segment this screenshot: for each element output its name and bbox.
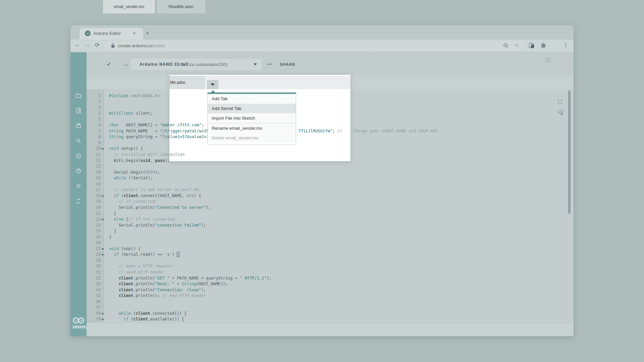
code-line: Serial.println("connection failed"); (104, 223, 567, 228)
fold-arrow-icon[interactable] (101, 313, 104, 315)
walkthrough-spotlight: Me.adoc er.ifttt.com";igger/patat/withTT… (169, 75, 351, 161)
line-number: 8 (87, 134, 101, 139)
forward-icon[interactable]: → (85, 42, 90, 48)
examples-icon (75, 107, 82, 114)
code-line-fragment: char HOST_NAME[] = "mak (109, 123, 170, 127)
line-number: 17 (87, 187, 101, 192)
code-line: if (client.connect(HOST_NAME, 80)) { (104, 193, 567, 198)
code-line: while (client.connected()) { (104, 311, 567, 316)
extensions-puzzle-icon[interactable] (540, 42, 547, 49)
line-number: 3 (87, 105, 101, 110)
lock-icon (111, 43, 115, 48)
line-number: 14 (87, 170, 101, 175)
code-line: } (104, 211, 567, 216)
fold-arrow-icon[interactable] (101, 248, 104, 250)
tab-options-menu: Add TabAdd Secret TabImport File into Sk… (207, 93, 296, 145)
line-number: 16 (87, 182, 101, 186)
line-number: 38 (87, 311, 101, 316)
line-number: 25 (87, 235, 101, 239)
code-line-fragment: change your EVENT-NAME and YOUR-KEY (353, 129, 438, 133)
new-tab-button[interactable]: + (146, 29, 149, 37)
tab-readme-adoc-fragment[interactable]: Me.adoc (169, 76, 205, 89)
fold-arrow-icon[interactable] (101, 148, 104, 150)
line-number: 2 (87, 99, 101, 104)
code-line: // if connected: (104, 199, 567, 204)
code-line: Serial.begin(9600); (104, 170, 567, 175)
arduino-logo-icon[interactable] (72, 316, 85, 324)
browser-menu-icon[interactable]: ⋮ (563, 42, 569, 48)
reload-icon[interactable]: ⟳ (95, 42, 100, 49)
sidebar-item-settings-icon[interactable] (75, 183, 82, 191)
code-line: client.println("Connection: close"); (104, 288, 567, 292)
code-line: void loop() { (104, 246, 567, 251)
code-line: } (104, 229, 567, 233)
sidebar-item-examples-icon[interactable] (75, 107, 82, 115)
browser-tab-title: Arduino Editor (93, 31, 121, 36)
menu-pointer-icon (211, 90, 215, 93)
line-number: 11 (87, 152, 101, 157)
sidebar-item-sync-icon[interactable] (75, 198, 82, 206)
sidebar-item-device-icon[interactable] (75, 122, 82, 130)
url-bar[interactable] (105, 41, 524, 51)
tab-email-sender-ino[interactable]: email_sender.ino (103, 0, 155, 13)
verify-button[interactable]: ✓ (103, 59, 115, 70)
bookmark-star-icon[interactable]: ☆ (514, 42, 519, 49)
upload-button[interactable]: → (120, 59, 131, 70)
apps-grid-icon[interactable] (545, 57, 551, 63)
line-number: 12 (87, 158, 101, 163)
board-port-selector[interactable]: Arduino NANO 33 IoT /dev/cu.usbmodem2301 (131, 59, 262, 70)
line-number: 7 (87, 129, 101, 133)
line-number: 35 (87, 293, 101, 298)
line-number: 10 (87, 146, 101, 151)
menu-item-add-tab[interactable]: Add Tab (208, 94, 296, 104)
line-number: 1 (87, 94, 101, 98)
sidebar-item-folder-icon[interactable] (75, 92, 82, 100)
line-number: 5 (87, 117, 101, 122)
line-number: 28 (87, 252, 101, 257)
search-icon (75, 137, 82, 144)
sidebar-item-help-icon[interactable] (75, 168, 82, 176)
url-path: /editor (153, 43, 166, 48)
tab-close-icon[interactable]: × (133, 31, 136, 36)
spotlight-code-fragment: ection (170, 152, 184, 157)
line-number: 20 (87, 205, 101, 210)
zoom-out-page-icon[interactable] (503, 43, 509, 49)
line-number: 30 (87, 264, 101, 268)
fold-arrow-icon[interactable] (101, 254, 104, 256)
code-line: while (!Serial); (104, 176, 567, 180)
line-number: 13 (87, 164, 101, 169)
code-line-fragment: String queryString = "?va (109, 134, 170, 139)
spotlight-code-fragment: er.ifttt.com"; (170, 123, 204, 127)
create-badge: CREATE (72, 325, 87, 329)
fold-arrow-icon[interactable] (101, 319, 104, 320)
line-number: 33 (87, 282, 101, 286)
menu-item-delete-email-sender-ino[interactable]: Delete email_sender.ino (208, 133, 296, 143)
folder-icon (75, 92, 82, 99)
line-number: 34 (87, 288, 101, 292)
dropdown-arrow-icon (211, 83, 215, 86)
menu-item-rename-email-sender-ino[interactable]: Rename email_sender.ino (208, 123, 296, 133)
console-panel-icon[interactable] (557, 109, 564, 115)
code-line: client.println(); // end HTTP header (104, 293, 567, 298)
tab-options-dropdown-button[interactable] (207, 80, 218, 89)
code-line: // send HTTP header (104, 270, 567, 275)
editor-scrollbar[interactable] (568, 90, 571, 214)
back-icon[interactable]: ← (74, 42, 80, 48)
sidebar-item-monitor-icon[interactable] (75, 153, 82, 161)
menu-item-import-file-into-sketch[interactable]: Import File into Sketch (208, 113, 296, 123)
extension-badge-lock-icon[interactable] (528, 42, 535, 50)
tab-readme-adoc[interactable]: ReadMe.adoc (157, 0, 205, 13)
collapse-editor-icon[interactable]: ↘↙↗↖ (557, 98, 564, 105)
more-options-button[interactable]: ••• (264, 59, 275, 70)
line-number: 37 (87, 305, 101, 310)
menu-item-add-secret-tab[interactable]: Add Secret Tab (208, 104, 296, 113)
settings-icon (75, 183, 82, 189)
code-line: else {// if not connected: (104, 217, 567, 222)
fold-arrow-icon[interactable] (101, 219, 104, 221)
share-button[interactable]: SHARE (279, 59, 296, 70)
fold-arrow-icon[interactable] (101, 195, 104, 197)
line-number: 18 (87, 193, 101, 198)
line-number: 23 (87, 223, 101, 228)
line-number: 26 (87, 240, 101, 245)
sidebar-item-search-icon[interactable] (75, 137, 82, 145)
